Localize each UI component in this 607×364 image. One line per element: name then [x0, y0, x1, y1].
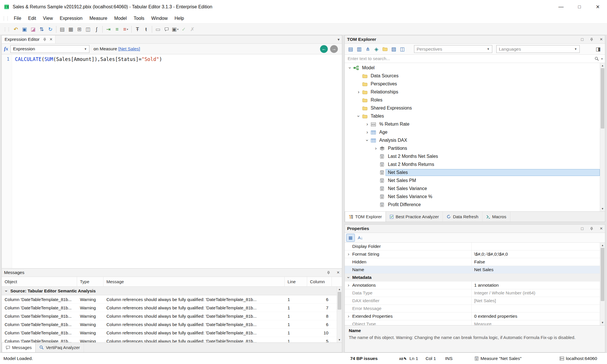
filter-objects-icon[interactable]: ▨ [389, 45, 398, 53]
property-value[interactable]: Net Sales [471, 266, 600, 273]
tree-item-age[interactable]: ›Age [345, 128, 605, 136]
property-row-data-type[interactable]: Data TypeInteger / Whole Number (int64) [345, 289, 605, 297]
maximize-button[interactable]: □ [570, 0, 589, 14]
format-indent-icon[interactable]: ⇥ [104, 25, 113, 34]
property-row-metadata[interactable]: ›Metadata [345, 274, 605, 281]
deploy-icon[interactable]: ▣ [20, 25, 29, 34]
property-row-object-type[interactable]: Object TypeMeasure [345, 320, 605, 325]
tree-item-net-sales-pm[interactable]: Net Sales PM [345, 177, 605, 185]
float-panel-icon[interactable]: □ [581, 226, 583, 231]
property-row-hidden[interactable]: HiddenFalse [345, 258, 605, 266]
message-row[interactable]: Column 'DateTableTemplate_81b...WarningC… [2, 337, 342, 342]
format-lines-icon[interactable]: ≡ [113, 25, 121, 34]
messages-column-object[interactable]: Object [2, 277, 77, 286]
expression-editor-tab[interactable]: Expression Editor × [2, 35, 55, 43]
tree-item-relationships[interactable]: ›Relationships [345, 88, 605, 96]
categorized-view-icon[interactable]: ▦ [346, 234, 355, 242]
alphabetical-sort-icon[interactable]: A↓ [356, 234, 364, 242]
edit-table-icon[interactable]: ▦ [66, 25, 75, 34]
scroll-down-icon[interactable]: ▼ [600, 321, 605, 324]
chevron-collapsed-icon[interactable]: › [364, 121, 370, 127]
pin-icon[interactable] [43, 38, 47, 41]
perspectives-dropdown[interactable]: Perspectives ▼ [414, 45, 492, 53]
scroll-up-icon[interactable]: ▲ [600, 244, 605, 247]
menu-tools[interactable]: Tools [130, 15, 148, 22]
property-row-extended-properties[interactable]: ›Extended Properties0 extended propertie… [345, 313, 605, 320]
split-view-icon[interactable]: ◫ [84, 25, 92, 34]
navigate-forward-button[interactable]: → [330, 45, 338, 53]
message-row[interactable]: Column 'DateTableTemplate_81b...WarningC… [2, 320, 342, 329]
panel-menu-icon[interactable]: ▾ [338, 37, 340, 42]
close-button[interactable]: × [589, 0, 607, 14]
property-value[interactable] [471, 243, 600, 250]
property-value[interactable]: [Net Sales] [471, 297, 600, 304]
menu-measure[interactable]: Measure [86, 15, 111, 22]
menu-expression[interactable]: Expression [56, 15, 86, 22]
chevron-expanded-icon[interactable]: › [356, 113, 361, 119]
menu-window[interactable]: Window [148, 15, 171, 22]
vertical-splitter[interactable] [342, 35, 344, 352]
selection-icon[interactable]: ▭ [154, 25, 162, 34]
message-row[interactable]: Column 'DateTableTemplate_81b...WarningC… [2, 312, 342, 320]
message-row[interactable]: Column 'DateTableTemplate_81b...WarningC… [2, 329, 342, 337]
messages-group-header[interactable]: › Source: Tabular Editor Semantic Analys… [2, 287, 342, 295]
chevron-collapsed-icon[interactable]: › [364, 129, 370, 135]
diagram-view-icon[interactable]: ◈ [372, 45, 381, 53]
minimize-button[interactable]: — [552, 0, 570, 14]
format-dax-icon[interactable]: ≡▾ [121, 25, 130, 34]
menu-file[interactable]: File [10, 15, 25, 22]
property-row-error-message[interactable]: Error Message [345, 305, 605, 313]
property-value[interactable]: Measure [471, 320, 600, 325]
refresh-icon[interactable]: ↻ [46, 25, 55, 34]
messages-scrollbar[interactable]: ▲ ▼ [337, 287, 342, 342]
message-row[interactable]: Column 'DateTableTemplate_81b...WarningC… [2, 295, 342, 304]
net-sales-link[interactable]: [Net Sales] [118, 46, 140, 51]
messages-column-line[interactable]: Line [285, 277, 307, 286]
pin-icon[interactable] [590, 227, 593, 231]
scroll-up-icon[interactable]: ▲ [600, 64, 605, 67]
measures-view-icon[interactable]: ▤ [346, 45, 355, 53]
property-row-name[interactable]: NameNet Sales [345, 266, 605, 274]
property-value[interactable]: 1 annotation [471, 281, 600, 289]
message-row[interactable]: Column 'DateTableTemplate_81b...WarningC… [2, 304, 342, 312]
close-panel-icon[interactable]: × [600, 37, 603, 42]
tree-item-analysis-dax[interactable]: ›Analysis DAX [345, 136, 605, 144]
tree-item-roles[interactable]: Roles [345, 96, 605, 104]
tab-tom-explorer[interactable]: TOM Explorer [345, 212, 386, 222]
eraser-icon[interactable]: ◪ [29, 25, 37, 34]
tooltip-icon[interactable] [162, 25, 171, 34]
comment-icon[interactable]: Ŧ [133, 25, 142, 34]
properties-scrollbar[interactable]: ▲ ▼ [600, 243, 605, 325]
menu-view[interactable]: View [39, 15, 56, 22]
bp-issues-status[interactable]: 74 BP issues [350, 356, 378, 361]
close-tab-icon[interactable]: × [49, 37, 52, 42]
pin-icon[interactable] [590, 38, 593, 41]
close-panel-icon[interactable]: × [600, 226, 603, 231]
tables-view-icon[interactable]: ▥ [355, 45, 363, 53]
chevron-icon[interactable]: › [345, 313, 352, 319]
chevron-expanded-icon[interactable]: › [364, 137, 370, 143]
document-icon[interactable]: ▤ [58, 25, 66, 34]
property-value[interactable]: \$#,0;-\$#,0;\$#,0 [471, 250, 600, 258]
messages-column-column[interactable]: Column [307, 277, 332, 286]
script-icon[interactable]: ∫ [92, 25, 101, 34]
menu-edit[interactable]: Edit [25, 15, 40, 22]
uncomment-icon[interactable]: ŧ [142, 25, 150, 34]
tree-item-shared-expressions[interactable]: Shared Expressions [345, 104, 605, 112]
tree-item-model[interactable]: ›Model [345, 64, 605, 72]
tab-vertipaq-analyzer[interactable]: VertiPaq Analyzer [36, 343, 84, 352]
undo-icon[interactable]: ↶ [12, 25, 20, 34]
tree-item-last-2-months-net-sales[interactable]: Last 2 Months Net Sales [345, 152, 605, 160]
chevron-expanded-icon[interactable]: › [347, 65, 353, 71]
tree-scrollbar[interactable]: ▲ ▼ [600, 63, 605, 211]
property-row-dax-identifier[interactable]: DAX identifier[Net Sales] [345, 297, 605, 305]
scrollbar-thumb[interactable] [601, 68, 604, 129]
pin-icon[interactable] [327, 271, 330, 275]
search-input[interactable] [347, 56, 595, 62]
search-options-icon[interactable]: ▾ [601, 57, 603, 60]
property-value[interactable] [471, 305, 600, 312]
property-value[interactable]: False [471, 258, 600, 266]
tree-item-net-sales-variance[interactable]: Net Sales Variance % [345, 193, 605, 201]
tree-item-net-sales-variance[interactable]: Net Sales Variance [345, 185, 605, 193]
menu-model[interactable]: Model [111, 15, 130, 22]
